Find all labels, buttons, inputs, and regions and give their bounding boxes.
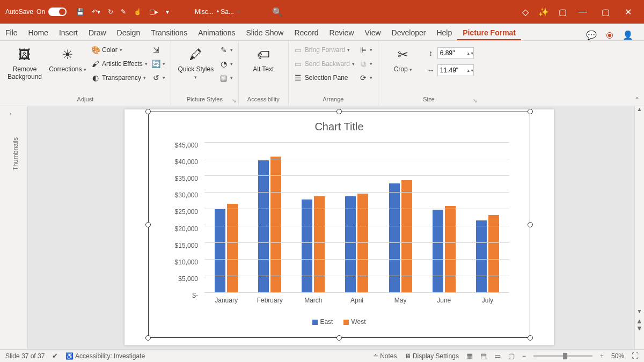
reading-view-icon[interactable]: ▭ <box>494 352 501 360</box>
artistic-label: Artistic Effects <box>102 60 143 68</box>
close-button[interactable]: ✕ <box>621 7 634 17</box>
resize-handle[interactable] <box>528 335 533 341</box>
compress-pictures-button[interactable]: ⇲ <box>152 44 165 56</box>
width-field[interactable]: ↔ ▲▼ <box>427 64 474 76</box>
resize-handle[interactable] <box>145 109 151 114</box>
rotate-button[interactable]: ⟳▾ <box>359 72 372 84</box>
from-beginning-icon[interactable]: ▢▸ <box>149 8 158 16</box>
group-button[interactable]: ⧉▾ <box>359 58 372 70</box>
next-slide-icon[interactable]: ⯆ <box>637 326 642 331</box>
y-axis-label: $40,000 <box>158 158 201 166</box>
undo-icon[interactable]: ↶▾ <box>92 8 100 16</box>
legend-swatch <box>343 320 349 325</box>
record-icon[interactable] <box>606 32 613 39</box>
height-input[interactable] <box>438 49 467 57</box>
collapse-ribbon-icon[interactable]: ⌃ <box>634 96 640 104</box>
tab-insert[interactable]: Insert <box>54 25 83 40</box>
tab-slide-show[interactable]: Slide Show <box>240 25 289 40</box>
tab-animations[interactable]: Animations <box>193 25 240 40</box>
tab-view[interactable]: View <box>360 25 386 40</box>
transparency-button[interactable]: ◐Transparency▾ <box>91 72 148 84</box>
slideshow-view-icon[interactable]: ▢ <box>508 352 515 360</box>
wand-icon[interactable]: ✨ <box>538 7 549 17</box>
tab-design[interactable]: Design <box>112 25 146 40</box>
zoom-level[interactable]: 50% <box>611 352 624 360</box>
tab-picture-format[interactable]: Picture Format <box>457 25 521 40</box>
document-title[interactable]: Misc... • Sa... ▾ <box>195 8 240 16</box>
resize-handle[interactable] <box>336 109 342 114</box>
resize-handle[interactable] <box>336 335 342 341</box>
zoom-slider[interactable] <box>533 355 592 357</box>
thumbnail-pane[interactable]: › Thumbnails <box>0 106 28 349</box>
search-icon[interactable]: 🔍 <box>272 7 283 17</box>
tab-transitions[interactable]: Transitions <box>145 25 193 40</box>
scroll-up-icon[interactable]: ▲ <box>635 106 644 115</box>
slide-indicator[interactable]: Slide 37 of 37 <box>5 352 45 360</box>
toggle-icon[interactable] <box>48 8 67 16</box>
reset-picture-button[interactable]: ↺▾ <box>152 72 165 84</box>
vertical-scrollbar[interactable]: ▲ ▼ ⯅ ⯆ <box>634 106 644 349</box>
eyedropper-icon[interactable]: ✎ <box>121 8 126 16</box>
resize-handle[interactable] <box>528 109 533 114</box>
width-spinner[interactable]: ▲▼ <box>467 69 473 72</box>
autosave-toggle[interactable]: AutoSave On <box>0 8 72 16</box>
resize-handle[interactable] <box>145 335 151 341</box>
ribbon-display-icon[interactable]: ▢ <box>559 7 567 17</box>
height-spinner[interactable]: ▲▼ <box>467 51 473 55</box>
picture-layout-button[interactable]: ▦▾ <box>219 72 233 84</box>
tab-review[interactable]: Review <box>324 25 360 40</box>
spell-check-icon[interactable]: ✔ <box>52 352 58 360</box>
artistic-effects-button[interactable]: 🖌Artistic Effects▾ <box>91 58 148 70</box>
tab-developer[interactable]: Developer <box>386 25 431 40</box>
tab-help[interactable]: Help <box>431 25 457 40</box>
redo-icon[interactable]: ↻ <box>108 8 113 16</box>
expand-thumbnails-icon[interactable]: › <box>10 110 12 117</box>
slide-canvas[interactable]: Chart Title JanuaryFebruaryMarchAprilMay… <box>28 106 634 349</box>
search-area[interactable]: 🔍 <box>240 7 513 17</box>
bar <box>476 220 487 292</box>
send-backward-button[interactable]: ▭Send Backward▾ <box>294 58 355 70</box>
minimize-button[interactable]: — <box>576 7 589 17</box>
dialog-launcher-icon[interactable]: ↘ <box>232 98 236 104</box>
dialog-launcher-icon[interactable]: ↘ <box>473 98 477 104</box>
width-input[interactable] <box>438 67 467 74</box>
normal-view-icon[interactable]: ▦ <box>466 352 473 360</box>
corrections-button[interactable]: ☀ Corrections ▾ <box>48 44 87 73</box>
fit-to-window-icon[interactable]: ⛶ <box>632 352 639 360</box>
zoom-out-button[interactable]: − <box>522 352 526 360</box>
group-arrange: ▭Bring Forward▾ ▭Send Backward▾ ☰Selecti… <box>289 41 378 106</box>
share-icon[interactable]: 👤 <box>623 30 633 40</box>
resize-handle[interactable] <box>145 222 151 227</box>
align-button[interactable]: ⊫▾ <box>359 44 372 56</box>
picture-border-button[interactable]: ✎▾ <box>219 44 233 56</box>
bring-forward-button[interactable]: ▭Bring Forward▾ <box>294 44 355 56</box>
change-picture-button[interactable]: 🔄▾ <box>152 58 165 70</box>
comments-icon[interactable]: 💬 <box>586 30 597 40</box>
diamond-icon[interactable]: ◇ <box>522 7 529 17</box>
maximize-button[interactable]: ▢ <box>599 7 612 17</box>
previous-slide-icon[interactable]: ⯅ <box>637 319 642 324</box>
qat-dropdown-icon[interactable]: ▾ <box>166 8 169 16</box>
notes-button[interactable]: ≐ Notes <box>373 352 397 360</box>
height-field[interactable]: ↕ ▲▼ <box>427 47 474 59</box>
picture-effects-button[interactable]: ◔▾ <box>219 58 233 70</box>
remove-background-button[interactable]: 🖼 Remove Background <box>5 44 44 80</box>
slide-sorter-icon[interactable]: ▤ <box>480 352 487 360</box>
display-settings-button[interactable]: 🖥 Display Settings <box>405 352 459 360</box>
tab-file[interactable]: File <box>0 25 23 40</box>
touch-mode-icon[interactable]: ☝ <box>134 8 142 16</box>
selection-pane-button[interactable]: ☰Selection Pane <box>294 72 355 84</box>
alt-text-button[interactable]: 🏷 Alt Text <box>244 44 283 73</box>
picture-selection[interactable]: Chart Title JanuaryFebruaryMarchAprilMay… <box>148 112 530 338</box>
tab-record[interactable]: Record <box>289 25 324 40</box>
accessibility-status[interactable]: ♿ Accessibility: Investigate <box>65 352 145 360</box>
tab-home[interactable]: Home <box>23 25 54 40</box>
crop-button[interactable]: ✂ Crop ▾ <box>384 44 422 73</box>
quick-styles-button[interactable]: 🖍 Quick Styles ▾ <box>177 44 215 80</box>
zoom-in-button[interactable]: + <box>600 352 604 360</box>
save-icon[interactable]: 💾 <box>76 8 84 16</box>
resize-handle[interactable] <box>528 222 533 227</box>
color-button[interactable]: 🎨Color▾ <box>91 44 148 56</box>
tab-draw[interactable]: Draw <box>83 25 112 40</box>
scroll-down-icon[interactable]: ▼ <box>635 308 644 317</box>
